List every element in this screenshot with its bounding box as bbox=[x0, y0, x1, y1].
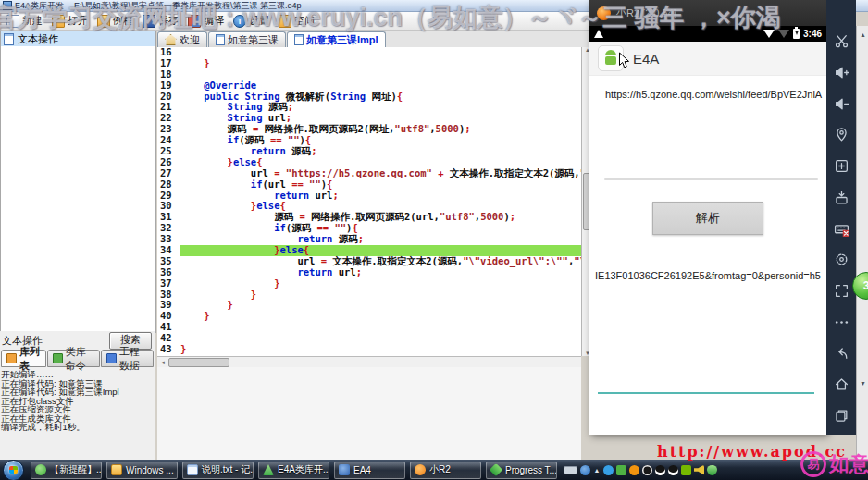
taskbar-button-notepad[interactable]: 说明.txt - 记... bbox=[182, 462, 254, 479]
lib-icon bbox=[6, 353, 17, 363]
line-number: 43 bbox=[157, 344, 180, 355]
tab-类库命令[interactable]: 类库命令 bbox=[47, 350, 100, 367]
warning-icon bbox=[594, 30, 603, 38]
code-text bbox=[180, 333, 581, 344]
url-input[interactable]: https://h5.qzone.qq.com/weishi/feed/BpVE… bbox=[605, 89, 823, 100]
doc-icon bbox=[4, 33, 14, 45]
toolbar-button-new[interactable]: 新建 bbox=[2, 13, 47, 29]
home-icon[interactable] bbox=[834, 376, 849, 392]
qq-2-icon[interactable] bbox=[668, 465, 678, 475]
shield-green-icon[interactable] bbox=[707, 465, 717, 475]
emulator-titlebar[interactable]: 小R2 [2.0.54] bbox=[589, 0, 826, 26]
explorer-icon bbox=[111, 464, 122, 475]
taskbar-button-explorer[interactable]: Windows ... bbox=[106, 462, 178, 479]
toolbar-button-space[interactable]: 空间 bbox=[274, 13, 319, 29]
emulator-window: 小R2 [2.0.54] 3:46 E4A https://h5.qzone.q… bbox=[589, 0, 826, 435]
up-arrow-icon[interactable]: ▲ bbox=[593, 465, 601, 475]
cmd-icon bbox=[53, 353, 63, 363]
toolbar-button-label: 保存 bbox=[158, 14, 179, 28]
taskbar-button-e4a[interactable]: E4A类库开... bbox=[258, 462, 329, 479]
new-icon bbox=[6, 15, 19, 28]
compile-output: 开始编译……正在编译代码: 如意第三课正在编译代码: 如意第三课Impl正在打包… bbox=[0, 367, 155, 432]
fullscreen-icon[interactable] bbox=[834, 283, 849, 299]
editor-tab-欢迎[interactable]: 欢迎 bbox=[157, 31, 207, 47]
taskbar-button-progress[interactable]: Progress T... bbox=[486, 462, 557, 479]
taskbar-button-label: EA4 bbox=[353, 465, 371, 475]
settings-icon[interactable] bbox=[834, 252, 849, 267]
emulator-title: 小R2 [2.0.54] bbox=[616, 6, 676, 20]
status-time: 3:46 bbox=[803, 29, 822, 39]
home-icon bbox=[165, 34, 177, 45]
code-line: 17 } bbox=[157, 58, 581, 69]
parse-button[interactable]: 解析 bbox=[652, 202, 763, 235]
toolbar-button-compile[interactable]: 编译 bbox=[183, 13, 229, 29]
toolbar-button-example[interactable]: 例程 bbox=[93, 13, 138, 29]
toolbar-button-label: 例程 bbox=[113, 14, 133, 28]
line-number: 26 bbox=[157, 157, 180, 168]
help-icon[interactable] bbox=[580, 465, 590, 475]
keyboard-icon[interactable] bbox=[564, 466, 577, 474]
parse-result: IE13F01036CF26192E5&fromtag=0&personid=h… bbox=[591, 270, 825, 281]
code-text: } bbox=[180, 289, 581, 301]
library-tree[interactable]: 文本操作 bbox=[0, 31, 156, 333]
doc-icon bbox=[216, 34, 225, 45]
location-icon[interactable] bbox=[834, 127, 849, 142]
android-status-bar: 3:46 bbox=[589, 26, 826, 42]
bottom-tabs: 库列表类库命令工程数据 bbox=[0, 350, 155, 367]
multi-window-icon[interactable] bbox=[834, 158, 849, 174]
settings-tb-icon bbox=[233, 15, 246, 28]
scroll-left-icon[interactable]: ◄ bbox=[157, 360, 168, 365]
scroll-down-icon[interactable]: ▼ bbox=[857, 380, 868, 387]
line-number: 17 bbox=[157, 58, 180, 69]
taskbar-button-ea4[interactable]: EA4 bbox=[334, 462, 405, 479]
tab-label: 工程数据 bbox=[119, 345, 148, 373]
editor-tab-如意第三课Impl[interactable]: 如意第三课Impl bbox=[287, 31, 386, 47]
volume-down-icon[interactable] bbox=[834, 96, 849, 112]
emulator-icon bbox=[415, 464, 426, 475]
more-icon[interactable] bbox=[834, 314, 849, 330]
toolbar-button-settings-tb[interactable]: 设置 bbox=[229, 13, 274, 29]
doc-icon bbox=[294, 34, 304, 45]
compile-icon bbox=[188, 15, 201, 28]
taskbar-button-emulator[interactable]: 小R2 bbox=[410, 462, 481, 479]
tree-item-label: 文本操作 bbox=[18, 32, 58, 46]
emulator-logo-icon bbox=[597, 6, 611, 20]
volume-up-icon[interactable] bbox=[834, 65, 849, 80]
tab-label: 库列表 bbox=[19, 345, 41, 373]
tray-icons: ▲ bbox=[564, 465, 717, 475]
signal-icon bbox=[778, 30, 789, 38]
hscroll-thumb[interactable] bbox=[168, 358, 229, 367]
code-editor[interactable]: 1617 }1819 @Override20 public String 微视解… bbox=[157, 47, 581, 356]
tab-工程数据[interactable]: 工程数据 bbox=[101, 350, 154, 367]
scroll-up-icon[interactable]: ▲ bbox=[857, 31, 868, 38]
brand-watermark: 易 如意 bbox=[800, 450, 868, 478]
volume-icon[interactable] bbox=[694, 465, 704, 475]
back-icon[interactable] bbox=[834, 346, 849, 362]
install-apk-icon[interactable] bbox=[834, 190, 849, 205]
nvidia-icon[interactable] bbox=[681, 465, 691, 475]
tab-库列表[interactable]: 库列表 bbox=[1, 350, 46, 367]
toolbar-button-save[interactable]: 保存 bbox=[138, 13, 183, 29]
app-title: E4A bbox=[633, 51, 659, 67]
msg-blue-icon[interactable] bbox=[603, 465, 614, 475]
taskbar-button-reminder[interactable]: 【新提醒】... bbox=[31, 462, 102, 479]
progress-icon bbox=[490, 463, 502, 476]
k-black-icon[interactable] bbox=[642, 465, 652, 475]
toolbar-button-open[interactable]: 打开 bbox=[47, 13, 93, 29]
code-text bbox=[180, 47, 581, 58]
keyboard-icon[interactable] bbox=[834, 221, 849, 237]
toolbar-button-label: 新建 bbox=[22, 14, 43, 28]
recents-icon[interactable] bbox=[834, 408, 849, 424]
e4a-icon bbox=[263, 464, 274, 475]
green-app-icon[interactable] bbox=[616, 465, 626, 475]
editor-tab-label: 欢迎 bbox=[180, 33, 200, 47]
qq-1-icon[interactable] bbox=[655, 465, 665, 475]
start-button[interactable] bbox=[3, 460, 24, 480]
toolbar: 新建打开例程保存编译设置空间 bbox=[0, 12, 594, 31]
orange-app-icon[interactable] bbox=[629, 465, 639, 475]
notepad-icon bbox=[187, 464, 198, 475]
cut-icon[interactable] bbox=[834, 33, 849, 49]
background-window-scrollbar[interactable]: ▲ ▼ bbox=[856, 26, 868, 460]
editor-tab-如意第三课[interactable]: 如意第三课 bbox=[208, 31, 286, 47]
tree-item-文本操作[interactable]: 文本操作 bbox=[1, 31, 155, 46]
